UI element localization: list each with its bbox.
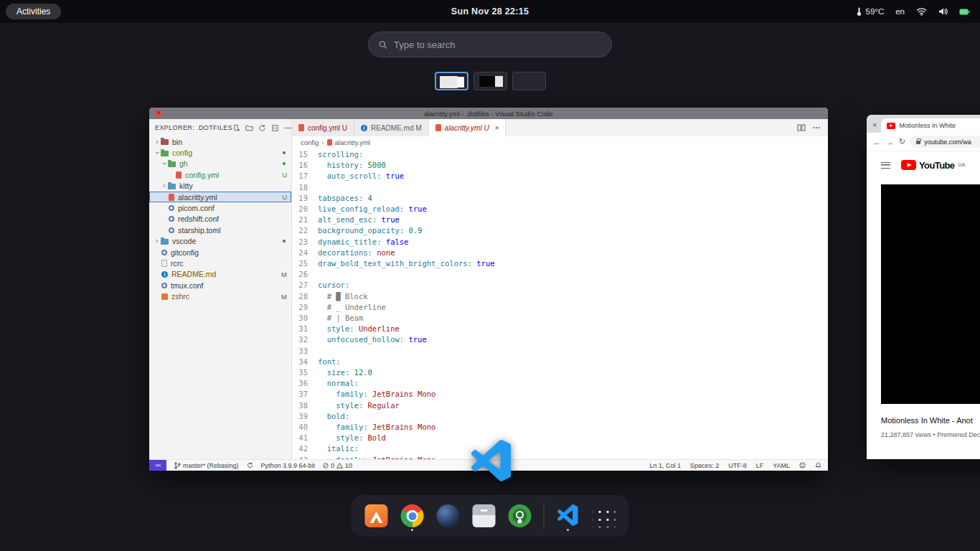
more-actions-icon[interactable] [812,123,821,132]
code-line: 28 # █ Block [292,291,828,302]
dock-item-files[interactable] [472,501,496,530]
git-branch-status[interactable]: master* (Rebasing) [174,462,239,469]
wifi-icon[interactable] [916,7,927,16]
explorer-item-config-yml[interactable]: config.ymlU [149,169,291,180]
menu-hamburger-icon[interactable] [881,162,890,169]
code-line: 17 auto_scroll: true [292,171,828,182]
cursor-position[interactable]: Ln 1, Col 1 [650,462,682,469]
explorer-item-label: rcrc [171,259,184,268]
code-editor[interactable]: 15scrolling:16 history: 500017 auto_scro… [292,148,828,459]
sync-button[interactable] [247,462,253,468]
close-tab-icon[interactable]: × [495,124,499,132]
back-icon[interactable]: ← [873,138,881,146]
language-mode[interactable]: YAML [773,462,790,469]
editor-tab-alacritty-yml[interactable]: alacritty.yml U× [429,119,507,136]
editor-tab-readme-md[interactable]: iREADME.md M [354,119,429,136]
remote-indicator-button[interactable]: >< [149,460,166,471]
line-number: 39 [292,411,318,422]
refresh-icon[interactable] [258,124,266,132]
explorer-item-config[interactable]: ›config [149,147,291,158]
yml-file-icon [435,124,441,131]
explorer-item-alacritty-yml[interactable]: alacritty.ymlU [149,192,291,202]
chrome-window[interactable]: × Motionless In White ← → ↻ youtube.com/… [867,115,980,459]
chevron-right-icon: › [154,237,161,245]
breadcrumb[interactable]: config › alacritty.yml [292,136,828,148]
explorer-item-kitty[interactable]: ›kitty [149,181,291,192]
youtube-logo[interactable]: YouTube UA [901,160,965,171]
explorer-item-vscode[interactable]: ›vscode [149,236,291,247]
breadcrumb-item[interactable]: config [301,138,319,146]
notifications-bell-icon[interactable] [815,462,821,469]
search-input[interactable] [394,39,601,50]
code-line: 35 size: 12.0 [292,367,828,378]
code-line: 39 bold: [292,411,828,422]
tab-label: README.md M [371,124,422,132]
yml-file-icon [298,124,304,131]
close-window-icon[interactable]: × [872,121,877,129]
workspace-thumbnail[interactable] [435,72,468,90]
dock-item-keepassxc[interactable] [508,501,532,530]
dock-item-app-grid[interactable] [592,501,616,530]
url-text: youtube.com/wa [924,138,971,146]
encoding-setting[interactable]: UTF-8 [728,462,747,469]
workspace-thumbnail[interactable] [473,72,507,90]
eol-setting[interactable]: LF [756,462,764,469]
temperature-indicator: 59°C [855,7,885,17]
video-player[interactable] [881,184,980,404]
info-file-icon: i [161,271,168,278]
split-editor-icon[interactable] [797,123,806,132]
vscode-titlebar[interactable]: × alacritty.yml - .dotfiles - Visual Stu… [149,108,828,119]
explorer-tree: ›bin›config›ghconfig.ymlU›kittyalacritty… [149,136,291,302]
dock-item-eclipse[interactable] [436,501,461,530]
clock[interactable]: Sun Nov 28 22:15 [451,6,529,17]
workspace-thumbnail[interactable] [512,72,546,90]
explorer-item-starship-toml[interactable]: starship.toml [149,225,291,235]
battery-icon[interactable] [959,8,970,16]
code-text: tabspaces: 4 [318,193,372,204]
feedback-smiley-icon[interactable] [799,462,806,468]
problems-status[interactable]: 0 10 [323,462,352,469]
keyboard-layout[interactable]: en [895,7,905,16]
dock-item-chrome[interactable] [400,501,425,530]
explorer-item-label: gitconfig [171,248,199,257]
activities-button[interactable]: Activities [6,4,61,19]
new-folder-icon[interactable] [245,124,253,132]
temperature-value: 59°C [866,7,885,16]
explorer-item-label: bin [172,138,182,146]
browser-tab[interactable]: Motionless In White [881,118,980,133]
new-file-icon[interactable] [232,124,240,132]
explorer-item-rcrc[interactable]: rcrc [149,258,291,268]
explorer-item-redshift-conf[interactable]: redshift.conf [149,214,291,225]
youtube-region: UA [958,162,965,167]
reload-icon[interactable]: ↻ [899,137,905,146]
collapse-folders-icon[interactable] [271,124,279,132]
close-window-icon[interactable]: × [155,110,162,117]
dock-separator [544,503,545,529]
line-number: 27 [292,280,318,291]
git-status-letter: M [281,270,287,278]
dock-item-alacritty[interactable] [364,501,389,530]
breadcrumb-item[interactable]: alacritty.yml [335,138,370,146]
explorer-item-gh[interactable]: ›gh [149,159,291,169]
dock-item-vscode[interactable] [556,501,580,530]
more-actions-icon[interactable] [284,124,292,132]
explorer-item-readme-md[interactable]: iREADME.mdM [149,269,291,280]
explorer-item-zshrc[interactable]: zshrcM [149,291,291,301]
explorer-item-tmux-conf[interactable]: tmux.conf [149,280,291,291]
explorer-sidebar: EXPLORER: .DOTFILES ›bin›config›ghconfig… [149,119,292,459]
indentation-setting[interactable]: Spaces: 2 [690,462,719,469]
explorer-header: EXPLORER: .DOTFILES [155,124,232,131]
editor-tab-config-yml[interactable]: config.yml U [292,119,354,136]
explorer-item-gitconfig[interactable]: gitconfig [149,247,291,258]
code-text: size: 12.0 [318,367,372,378]
explorer-item-bin[interactable]: ›bin [149,136,291,147]
code-line: 32 unfocused_hollow: true [292,334,828,345]
python-interpreter[interactable]: Python 3.9.9 64-bit [261,462,316,469]
video-meta: 21,287,857 views • Premiered Dec [881,431,980,438]
vscode-window[interactable]: × alacritty.yml - .dotfiles - Visual Stu… [149,108,828,471]
address-bar[interactable]: youtube.com/wa [910,136,980,148]
forward-icon[interactable]: → [886,138,894,146]
explorer-item-picom-conf[interactable]: picom.conf [149,202,291,213]
volume-icon[interactable] [938,7,948,16]
window-preview [457,77,464,88]
